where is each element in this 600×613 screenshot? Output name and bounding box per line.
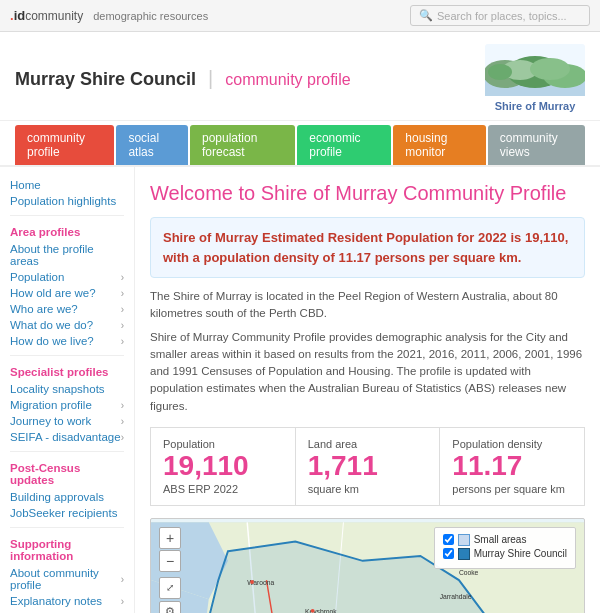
sidebar-link-population-highlights[interactable]: Population highlights [10, 193, 124, 209]
tab-housing-monitor[interactable]: housing monitor [393, 125, 485, 165]
stat-landarea-value: 1,711 [308, 452, 428, 480]
tab-community-views[interactable]: community views [488, 125, 585, 165]
logo-svg [485, 44, 585, 96]
main-content: Welcome to Shire of Murray Community Pro… [135, 167, 600, 613]
page-title: Welcome to Shire of Murray Community Pro… [150, 182, 585, 205]
council-name: Murray Shire Council [15, 69, 196, 90]
map-container[interactable]: Keysbrook Byford Serpentine Pinjarra War… [150, 518, 585, 613]
sidebar-section-postcensus: Post-Census updates [10, 462, 124, 486]
chevron-right-icon: › [121, 574, 124, 585]
chevron-right-icon: › [121, 336, 124, 347]
sidebar-item-population[interactable]: Population › [10, 269, 124, 285]
tab-community-profile[interactable]: community profile [15, 125, 114, 165]
chevron-right-icon: › [121, 288, 124, 299]
sidebar-item-what[interactable]: What do we do? › [10, 317, 124, 333]
tab-population-forecast[interactable]: population forecast [190, 125, 295, 165]
header-divider: | [208, 67, 213, 90]
chevron-right-icon: › [121, 320, 124, 331]
chevron-right-icon: › [121, 596, 124, 607]
svg-text:Jarrahdale: Jarrahdale [440, 593, 472, 600]
stat-landarea: Land area 1,711 square km [296, 428, 441, 505]
chevron-right-icon: › [121, 272, 124, 283]
sidebar-item-locality: Locality snapshots [10, 381, 124, 397]
sidebar-item-jobseeker: JobSeeker recipients [10, 505, 124, 521]
svg-point-6 [530, 58, 570, 80]
stat-population-label: Population [163, 438, 283, 450]
brand-logo: ..ididcommunity demographic resources [10, 8, 208, 23]
sidebar-item-seifa[interactable]: SEIFA - disadvantage › [10, 429, 124, 445]
highlight-box: Shire of Murray Estimated Resident Popul… [150, 217, 585, 278]
brand-name: ..ididcommunity [10, 8, 83, 23]
highlight-text: Shire of Murray Estimated Resident Popul… [163, 228, 572, 267]
desc-text-1: The Shire of Murray is located in the Pe… [150, 288, 585, 323]
sidebar-section-specialist: Specialist profiles [10, 366, 124, 378]
legend-label-murray: Murray Shire Council [474, 548, 567, 559]
stat-density: Population density 11.17 persons per squ… [440, 428, 584, 505]
search-icon: 🔍 [419, 9, 433, 22]
stat-density-sub: persons per square km [452, 483, 572, 495]
legend-item-murray: Murray Shire Council [443, 548, 567, 560]
logo-text: Shire of Murray [485, 100, 585, 112]
svg-text:Keysbrook: Keysbrook [305, 608, 337, 613]
legend-color-small-areas [458, 534, 470, 546]
sidebar-item-journey[interactable]: Journey to work › [10, 413, 124, 429]
sidebar-item-age[interactable]: How old are we? › [10, 285, 124, 301]
svg-point-36 [250, 580, 254, 584]
sidebar-item-building: Building approvals [10, 489, 124, 505]
sidebar-section-supporting: Supporting information [10, 538, 124, 562]
tab-social-atlas[interactable]: social atlas [116, 125, 188, 165]
sidebar-item-who[interactable]: Who are we? › [10, 301, 124, 317]
search-bar[interactable]: 🔍 Search for places, topics... [410, 5, 590, 26]
stats-row: Population 19,110 ABS ERP 2022 Land area… [150, 427, 585, 506]
sidebar-item-migration[interactable]: Migration profile › [10, 397, 124, 413]
search-placeholder: Search for places, topics... [437, 10, 567, 22]
main-layout: Home Population highlights Area profiles… [0, 167, 600, 613]
fullscreen-button[interactable]: ⤢ [159, 577, 181, 599]
site-subtitle: community profile [225, 71, 350, 89]
tab-economic-profile[interactable]: economic profile [297, 125, 391, 165]
svg-point-33 [311, 609, 315, 613]
svg-point-7 [488, 64, 512, 80]
stat-landarea-sub: square km [308, 483, 428, 495]
desc-text-2: Shire of Murray Community Profile provid… [150, 329, 585, 415]
chevron-right-icon: › [121, 432, 124, 443]
nav-tabs: community profile social atlas populatio… [0, 121, 600, 167]
stat-density-label: Population density [452, 438, 572, 450]
site-header: Murray Shire Council | community profile… [0, 32, 600, 121]
sidebar-section-area-profiles: Area profiles [10, 226, 124, 238]
stat-population-value: 19,110 [163, 452, 283, 480]
top-bar: ..ididcommunity demographic resources 🔍 … [0, 0, 600, 32]
zoom-out-button[interactable]: − [159, 550, 181, 572]
site-header-left: Murray Shire Council | community profile [15, 67, 351, 90]
chevron-right-icon: › [121, 416, 124, 427]
stat-population: Population 19,110 ABS ERP 2022 [151, 428, 296, 505]
map-legend: Small areas Murray Shire Council [434, 527, 576, 569]
sidebar: Home Population highlights Area profiles… [0, 167, 135, 613]
legend-item-small-areas: Small areas [443, 534, 567, 546]
chevron-right-icon: › [121, 304, 124, 315]
legend-label-small-areas: Small areas [474, 534, 527, 545]
legend-checkbox-small-areas[interactable] [443, 534, 454, 545]
svg-text:Cooke: Cooke [459, 569, 479, 576]
settings-button[interactable]: ⚙ [159, 601, 181, 613]
stat-landarea-label: Land area [308, 438, 428, 450]
chevron-right-icon: › [121, 400, 124, 411]
sidebar-item-how-live[interactable]: How do we live? › [10, 333, 124, 349]
zoom-in-button[interactable]: + [159, 527, 181, 549]
tagline: demographic resources [93, 10, 208, 22]
sidebar-item-about: About the profile areas [10, 241, 124, 269]
sidebar-item-about-profile[interactable]: About community profile › [10, 565, 124, 593]
stat-density-value: 11.17 [452, 452, 572, 480]
stat-population-sub: ABS ERP 2022 [163, 483, 283, 495]
legend-color-murray [458, 548, 470, 560]
legend-checkbox-murray[interactable] [443, 548, 454, 559]
sidebar-item-sitemap: Site map [10, 609, 124, 613]
site-logo: Shire of Murray [485, 44, 585, 112]
sidebar-link-home[interactable]: Home [10, 177, 124, 193]
map-controls: + − ⤢ ⚙ ⬆ [159, 527, 181, 613]
sidebar-item-explanatory[interactable]: Explanatory notes › [10, 593, 124, 609]
